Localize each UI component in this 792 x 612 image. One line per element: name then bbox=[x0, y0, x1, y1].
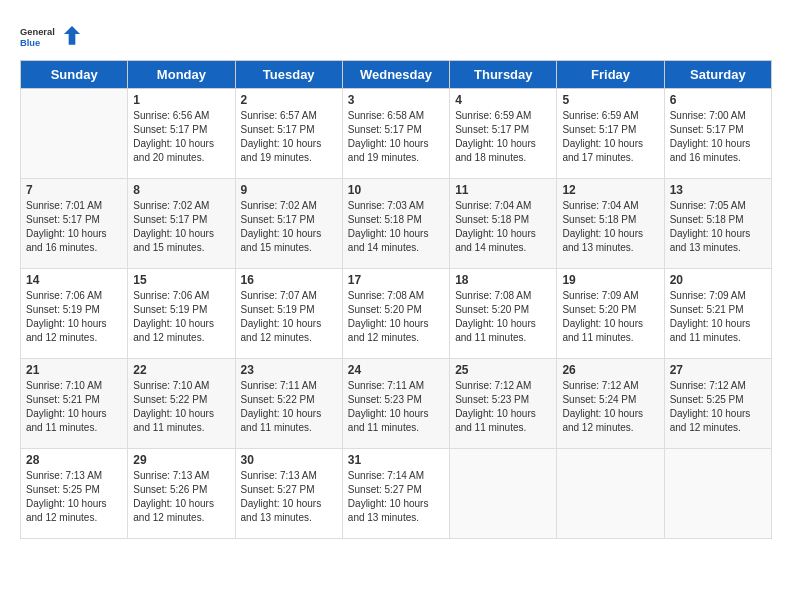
calendar-cell: 9Sunrise: 7:02 AM Sunset: 5:17 PM Daylig… bbox=[235, 179, 342, 269]
day-number: 4 bbox=[455, 93, 551, 107]
week-row-1: 1Sunrise: 6:56 AM Sunset: 5:17 PM Daylig… bbox=[21, 89, 772, 179]
weekday-header-row: SundayMondayTuesdayWednesdayThursdayFrid… bbox=[21, 61, 772, 89]
calendar-cell: 13Sunrise: 7:05 AM Sunset: 5:18 PM Dayli… bbox=[664, 179, 771, 269]
day-number: 1 bbox=[133, 93, 229, 107]
day-number: 17 bbox=[348, 273, 444, 287]
day-number: 9 bbox=[241, 183, 337, 197]
calendar-cell: 11Sunrise: 7:04 AM Sunset: 5:18 PM Dayli… bbox=[450, 179, 557, 269]
logo: General Blue bbox=[20, 20, 80, 56]
day-number: 28 bbox=[26, 453, 122, 467]
weekday-header-friday: Friday bbox=[557, 61, 664, 89]
day-info: Sunrise: 7:12 AM Sunset: 5:24 PM Dayligh… bbox=[562, 379, 658, 435]
day-info: Sunrise: 6:59 AM Sunset: 5:17 PM Dayligh… bbox=[455, 109, 551, 165]
calendar-cell: 8Sunrise: 7:02 AM Sunset: 5:17 PM Daylig… bbox=[128, 179, 235, 269]
day-info: Sunrise: 7:06 AM Sunset: 5:19 PM Dayligh… bbox=[26, 289, 122, 345]
day-info: Sunrise: 7:08 AM Sunset: 5:20 PM Dayligh… bbox=[455, 289, 551, 345]
day-info: Sunrise: 7:02 AM Sunset: 5:17 PM Dayligh… bbox=[241, 199, 337, 255]
week-row-5: 28Sunrise: 7:13 AM Sunset: 5:25 PM Dayli… bbox=[21, 449, 772, 539]
calendar-cell: 24Sunrise: 7:11 AM Sunset: 5:23 PM Dayli… bbox=[342, 359, 449, 449]
day-number: 7 bbox=[26, 183, 122, 197]
calendar-cell: 15Sunrise: 7:06 AM Sunset: 5:19 PM Dayli… bbox=[128, 269, 235, 359]
weekday-header-thursday: Thursday bbox=[450, 61, 557, 89]
day-number: 6 bbox=[670, 93, 766, 107]
calendar-cell: 21Sunrise: 7:10 AM Sunset: 5:21 PM Dayli… bbox=[21, 359, 128, 449]
calendar-cell bbox=[21, 89, 128, 179]
calendar-cell: 31Sunrise: 7:14 AM Sunset: 5:27 PM Dayli… bbox=[342, 449, 449, 539]
day-info: Sunrise: 7:09 AM Sunset: 5:21 PM Dayligh… bbox=[670, 289, 766, 345]
day-number: 19 bbox=[562, 273, 658, 287]
day-number: 8 bbox=[133, 183, 229, 197]
day-number: 22 bbox=[133, 363, 229, 377]
calendar-cell: 25Sunrise: 7:12 AM Sunset: 5:23 PM Dayli… bbox=[450, 359, 557, 449]
day-number: 3 bbox=[348, 93, 444, 107]
week-row-2: 7Sunrise: 7:01 AM Sunset: 5:17 PM Daylig… bbox=[21, 179, 772, 269]
day-number: 23 bbox=[241, 363, 337, 377]
day-info: Sunrise: 6:57 AM Sunset: 5:17 PM Dayligh… bbox=[241, 109, 337, 165]
day-info: Sunrise: 7:03 AM Sunset: 5:18 PM Dayligh… bbox=[348, 199, 444, 255]
day-info: Sunrise: 7:09 AM Sunset: 5:20 PM Dayligh… bbox=[562, 289, 658, 345]
calendar-cell: 20Sunrise: 7:09 AM Sunset: 5:21 PM Dayli… bbox=[664, 269, 771, 359]
calendar-cell: 12Sunrise: 7:04 AM Sunset: 5:18 PM Dayli… bbox=[557, 179, 664, 269]
week-row-3: 14Sunrise: 7:06 AM Sunset: 5:19 PM Dayli… bbox=[21, 269, 772, 359]
day-info: Sunrise: 7:04 AM Sunset: 5:18 PM Dayligh… bbox=[562, 199, 658, 255]
calendar-cell bbox=[557, 449, 664, 539]
calendar-cell: 5Sunrise: 6:59 AM Sunset: 5:17 PM Daylig… bbox=[557, 89, 664, 179]
calendar-cell: 19Sunrise: 7:09 AM Sunset: 5:20 PM Dayli… bbox=[557, 269, 664, 359]
calendar-cell: 10Sunrise: 7:03 AM Sunset: 5:18 PM Dayli… bbox=[342, 179, 449, 269]
svg-marker-2 bbox=[64, 26, 80, 45]
day-info: Sunrise: 7:14 AM Sunset: 5:27 PM Dayligh… bbox=[348, 469, 444, 525]
day-number: 25 bbox=[455, 363, 551, 377]
day-info: Sunrise: 6:59 AM Sunset: 5:17 PM Dayligh… bbox=[562, 109, 658, 165]
day-info: Sunrise: 7:04 AM Sunset: 5:18 PM Dayligh… bbox=[455, 199, 551, 255]
weekday-header-monday: Monday bbox=[128, 61, 235, 89]
calendar-cell: 16Sunrise: 7:07 AM Sunset: 5:19 PM Dayli… bbox=[235, 269, 342, 359]
day-info: Sunrise: 6:56 AM Sunset: 5:17 PM Dayligh… bbox=[133, 109, 229, 165]
day-number: 14 bbox=[26, 273, 122, 287]
calendar-cell: 27Sunrise: 7:12 AM Sunset: 5:25 PM Dayli… bbox=[664, 359, 771, 449]
day-info: Sunrise: 7:10 AM Sunset: 5:22 PM Dayligh… bbox=[133, 379, 229, 435]
day-info: Sunrise: 7:12 AM Sunset: 5:25 PM Dayligh… bbox=[670, 379, 766, 435]
day-number: 24 bbox=[348, 363, 444, 377]
day-info: Sunrise: 7:13 AM Sunset: 5:26 PM Dayligh… bbox=[133, 469, 229, 525]
day-info: Sunrise: 7:13 AM Sunset: 5:25 PM Dayligh… bbox=[26, 469, 122, 525]
day-info: Sunrise: 7:13 AM Sunset: 5:27 PM Dayligh… bbox=[241, 469, 337, 525]
day-number: 12 bbox=[562, 183, 658, 197]
svg-text:General: General bbox=[20, 27, 55, 37]
weekday-header-wednesday: Wednesday bbox=[342, 61, 449, 89]
weekday-header-sunday: Sunday bbox=[21, 61, 128, 89]
calendar-cell: 4Sunrise: 6:59 AM Sunset: 5:17 PM Daylig… bbox=[450, 89, 557, 179]
week-row-4: 21Sunrise: 7:10 AM Sunset: 5:21 PM Dayli… bbox=[21, 359, 772, 449]
calendar-cell: 30Sunrise: 7:13 AM Sunset: 5:27 PM Dayli… bbox=[235, 449, 342, 539]
calendar-cell: 7Sunrise: 7:01 AM Sunset: 5:17 PM Daylig… bbox=[21, 179, 128, 269]
calendar-cell: 14Sunrise: 7:06 AM Sunset: 5:19 PM Dayli… bbox=[21, 269, 128, 359]
day-number: 11 bbox=[455, 183, 551, 197]
day-info: Sunrise: 7:06 AM Sunset: 5:19 PM Dayligh… bbox=[133, 289, 229, 345]
page-header: General Blue bbox=[20, 20, 772, 56]
day-info: Sunrise: 7:05 AM Sunset: 5:18 PM Dayligh… bbox=[670, 199, 766, 255]
day-number: 5 bbox=[562, 93, 658, 107]
calendar-cell bbox=[450, 449, 557, 539]
calendar-cell: 3Sunrise: 6:58 AM Sunset: 5:17 PM Daylig… bbox=[342, 89, 449, 179]
day-number: 31 bbox=[348, 453, 444, 467]
day-number: 20 bbox=[670, 273, 766, 287]
weekday-header-saturday: Saturday bbox=[664, 61, 771, 89]
day-number: 27 bbox=[670, 363, 766, 377]
day-info: Sunrise: 6:58 AM Sunset: 5:17 PM Dayligh… bbox=[348, 109, 444, 165]
calendar-cell bbox=[664, 449, 771, 539]
logo-svg: General Blue bbox=[20, 20, 80, 56]
day-number: 21 bbox=[26, 363, 122, 377]
day-info: Sunrise: 7:08 AM Sunset: 5:20 PM Dayligh… bbox=[348, 289, 444, 345]
calendar-cell: 2Sunrise: 6:57 AM Sunset: 5:17 PM Daylig… bbox=[235, 89, 342, 179]
day-number: 10 bbox=[348, 183, 444, 197]
day-info: Sunrise: 7:10 AM Sunset: 5:21 PM Dayligh… bbox=[26, 379, 122, 435]
calendar-table: SundayMondayTuesdayWednesdayThursdayFrid… bbox=[20, 60, 772, 539]
day-number: 13 bbox=[670, 183, 766, 197]
day-number: 15 bbox=[133, 273, 229, 287]
calendar-cell: 29Sunrise: 7:13 AM Sunset: 5:26 PM Dayli… bbox=[128, 449, 235, 539]
day-info: Sunrise: 7:11 AM Sunset: 5:23 PM Dayligh… bbox=[348, 379, 444, 435]
calendar-cell: 17Sunrise: 7:08 AM Sunset: 5:20 PM Dayli… bbox=[342, 269, 449, 359]
day-number: 18 bbox=[455, 273, 551, 287]
calendar-cell: 18Sunrise: 7:08 AM Sunset: 5:20 PM Dayli… bbox=[450, 269, 557, 359]
calendar-cell: 23Sunrise: 7:11 AM Sunset: 5:22 PM Dayli… bbox=[235, 359, 342, 449]
day-info: Sunrise: 7:02 AM Sunset: 5:17 PM Dayligh… bbox=[133, 199, 229, 255]
